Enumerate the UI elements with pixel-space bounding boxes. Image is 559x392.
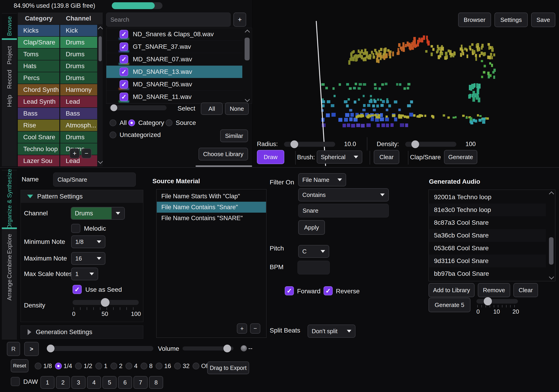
category-cell[interactable]: Lazer Sou — [18, 155, 59, 166]
quantize-option[interactable]: Off — [193, 363, 209, 370]
horizontal-scroll-strip[interactable] — [196, 165, 252, 167]
table-row[interactable]: Cool SnareDrums — [18, 132, 97, 143]
quantize-radio[interactable] — [125, 363, 132, 369]
channel-cell[interactable]: Lead — [60, 96, 97, 107]
generation-settings-header[interactable]: Generation Settings — [20, 325, 143, 339]
seek-slider-track[interactable] — [47, 346, 153, 351]
filter-radio-source[interactable]: Source — [166, 119, 196, 126]
channel-cell[interactable]: Harmony — [60, 84, 97, 96]
channel-dropdown[interactable]: Drums — [71, 207, 125, 220]
quantize-radio[interactable] — [75, 363, 82, 369]
quantize-radio[interactable] — [35, 363, 42, 369]
reset-button[interactable]: Reset — [11, 359, 28, 372]
radio-category[interactable] — [128, 119, 135, 126]
file-checkbox[interactable]: ✓ — [120, 67, 128, 76]
tab-arrange[interactable]: Arrange — [2, 278, 17, 302]
file-row[interactable]: ✓MD_SNARE_05.wav — [106, 78, 242, 91]
table-add-button[interactable]: + — [70, 148, 80, 158]
channel-cell[interactable]: Drums — [60, 132, 97, 143]
clear-button[interactable]: Clear — [374, 150, 399, 164]
pattern-density-slider-knob[interactable] — [101, 298, 110, 307]
bpm-field[interactable] — [298, 261, 330, 274]
table-row[interactable]: BassBass — [18, 108, 97, 119]
quantize-radio[interactable] — [55, 363, 62, 369]
gain-knob[interactable] — [241, 345, 247, 351]
name-field[interactable] — [53, 172, 136, 187]
apply-button[interactable]: Apply — [298, 220, 325, 235]
radio-uncategorized[interactable] — [110, 132, 116, 138]
table-row[interactable]: Lead SynthLead — [18, 96, 97, 107]
use-as-seed-checkbox[interactable]: ✓ — [73, 285, 82, 294]
daw-slot-button[interactable]: 6 — [118, 376, 132, 389]
file-checkbox[interactable]: ✓ — [120, 93, 128, 101]
drag-to-export-button[interactable]: Drag to Export — [207, 361, 249, 374]
preview-slider-knob[interactable] — [111, 104, 117, 111]
file-checkbox[interactable]: ✓ — [120, 80, 128, 89]
max-scale-notes-dropdown[interactable]: 1 — [71, 267, 98, 280]
tab-explore[interactable]: Explore — [2, 232, 17, 256]
category-cell[interactable]: Chord Synth — [18, 84, 59, 96]
channel-cell[interactable]: Atmosph... — [60, 120, 97, 131]
quantize-radio[interactable] — [156, 363, 162, 369]
select-none-button[interactable]: None — [225, 103, 249, 115]
pitch-dropdown[interactable]: C — [298, 245, 329, 258]
table-row[interactable]: TomsDrums — [18, 49, 97, 60]
play-button[interactable]: > — [24, 342, 39, 356]
brush-dropdown[interactable]: Spherical — [317, 151, 362, 164]
file-checkbox[interactable]: ✓ — [120, 42, 128, 51]
quantize-radio[interactable] — [174, 363, 181, 369]
filter-radio-category[interactable]: Category — [128, 119, 164, 126]
forward-checkbox[interactable]: ✓ — [285, 286, 294, 295]
generate-count-slider-track[interactable] — [476, 299, 518, 303]
file-row[interactable]: ✓MD_SNARE_11.wav — [106, 91, 242, 103]
choose-library-button[interactable]: Choose Library — [198, 148, 248, 160]
save-button[interactable]: Save — [531, 13, 555, 27]
category-cell[interactable]: Cool Snare — [18, 132, 59, 143]
source-material-item[interactable]: File Name Contains "Snare" — [157, 202, 266, 213]
file-checkbox[interactable]: ✓ — [120, 55, 128, 63]
seek-slider-knob[interactable] — [47, 345, 55, 352]
tab-browse[interactable]: Browse — [2, 14, 17, 38]
filter-query-field[interactable] — [298, 204, 389, 217]
remove-generated-button[interactable]: Remove — [478, 283, 510, 297]
category-cell[interactable]: Clap/Snare — [18, 37, 59, 48]
reverse-checkbox[interactable]: ✓ — [324, 286, 333, 295]
daw-slot-button[interactable]: 2 — [56, 376, 70, 389]
table-row[interactable]: Chord SynthHarmony — [18, 84, 97, 96]
category-cell[interactable]: Hats — [18, 60, 59, 72]
source-remove-button[interactable]: − — [250, 323, 260, 334]
table-scrollbar[interactable] — [98, 25, 103, 166]
category-cell[interactable]: Lead Synth — [18, 96, 59, 107]
table-scroll-down-icon[interactable] — [98, 159, 103, 164]
radius-slider-knob[interactable] — [290, 140, 298, 148]
daw-slot-button[interactable]: 1 — [40, 376, 55, 389]
volume-slider-knob[interactable] — [223, 345, 231, 352]
radio-all[interactable] — [110, 119, 116, 126]
channel-cell[interactable]: Drums — [60, 72, 97, 84]
record-button[interactable]: R — [7, 342, 20, 356]
draw-button[interactable]: Draw — [257, 150, 284, 164]
generated-audio-item[interactable]: bb97ba Cool Snare — [429, 267, 546, 280]
generate-count-slider-knob[interactable] — [484, 297, 492, 305]
filter-radio-uncategorized[interactable]: Uncategorized — [110, 131, 161, 139]
generated-audio-item[interactable]: 8c87a3 Cool Snare — [429, 216, 546, 229]
file-row[interactable]: ✓GT_SNARE_37.wav — [106, 41, 242, 53]
category-cell[interactable]: Rise — [18, 120, 59, 131]
clear-generated-button[interactable]: Clear — [513, 283, 538, 297]
quantize-option[interactable]: 2 — [111, 363, 122, 370]
quantize-option[interactable]: 8 — [140, 363, 153, 370]
table-row[interactable]: HatsDrums — [18, 60, 97, 72]
settings-button[interactable]: Settings — [494, 13, 528, 27]
channel-cell[interactable]: Drums — [60, 60, 97, 72]
category-cell[interactable]: Percs — [18, 72, 59, 84]
category-cell[interactable]: Techno loop — [18, 143, 59, 155]
quantize-option[interactable]: 1/4 — [55, 363, 72, 370]
radio-source[interactable] — [166, 119, 172, 126]
file-scroll-down-icon[interactable] — [245, 97, 250, 102]
category-cell[interactable]: Kicks — [18, 25, 59, 36]
similar-button[interactable]: Similar — [220, 129, 248, 142]
generate-button[interactable]: Generate — [444, 150, 477, 164]
split-beats-dropdown[interactable]: Don't split — [307, 325, 355, 338]
quantize-option[interactable]: 1 — [95, 363, 107, 370]
file-scroll-up-icon[interactable] — [245, 30, 250, 35]
